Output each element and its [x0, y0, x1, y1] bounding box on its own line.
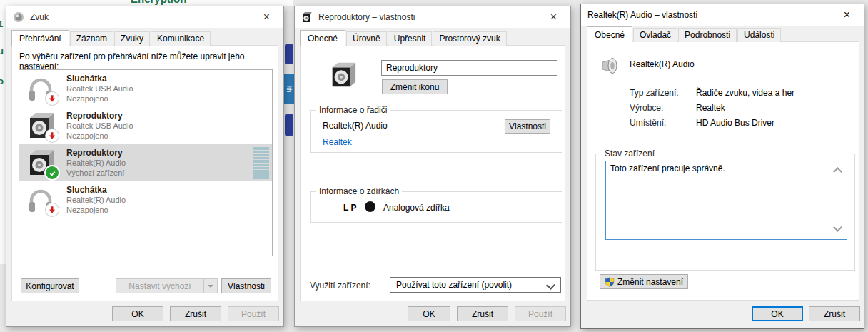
set-default-button[interactable]: Nastavit výchozí — [116, 278, 203, 293]
realtek-properties-dialog: Realtek(R) Audio – vlastnosti × Obecné O… — [580, 4, 864, 329]
tab-udalosti[interactable]: Události — [737, 28, 781, 42]
jack-connector-icon — [365, 201, 375, 212]
sound-app-icon — [13, 11, 24, 23]
disconnected-badge-icon — [46, 129, 59, 142]
jack-channels: L P — [343, 203, 356, 213]
controller-info-group: Informace o řadiči Realtek(R) Audio Vlas… — [310, 110, 562, 153]
sound-titlebar: Zvuk × — [6, 6, 283, 28]
device-status: Nezapojeno — [66, 131, 133, 141]
tab-urovne[interactable]: Úrovně — [346, 31, 387, 46]
scroll-up-icon[interactable] — [833, 167, 842, 176]
apply-button[interactable]: Použít — [515, 306, 566, 321]
change-settings-button[interactable]: Změnit nastavení — [600, 274, 688, 289]
manufacturer-label: Výrobce: — [630, 103, 663, 113]
chevron-down-icon — [546, 281, 555, 290]
controller-group-label: Informace o řadiči — [316, 105, 390, 115]
playback-device-list: Sluchátka Realtek USB Audio Nezapojeno R… — [19, 69, 273, 256]
list-item[interactable]: Reproduktory Realtek USB Audio Nezapojen… — [19, 107, 272, 144]
device-driver: Realtek USB Audio — [66, 121, 133, 131]
ok-button[interactable]: OK — [408, 306, 450, 321]
location-label: Umístění: — [630, 118, 666, 128]
speakers-bottom-buttons: OK Zrušit Použít — [295, 306, 570, 321]
disconnected-badge-icon — [46, 92, 59, 105]
playback-tab-page: Po výběru zařízení pro přehrávání níže m… — [11, 45, 278, 301]
sound-tab-bar: Přehrávání Záznam Zvuky Komunikace — [11, 30, 211, 46]
close-icon[interactable]: × — [831, 5, 863, 25]
speakers-titlebar: Reproduktory – vlastnosti × — [295, 6, 570, 28]
speaker-icon — [25, 110, 56, 141]
device-type-label: Typ zařízení: — [630, 88, 679, 98]
tab-prostorovy-zvuk[interactable]: Prostorový zvuk — [433, 31, 506, 46]
close-icon[interactable]: × — [538, 7, 570, 27]
tab-komunikace[interactable]: Komunikace — [151, 31, 211, 46]
ok-button[interactable]: OK — [112, 306, 163, 321]
tab-obecne[interactable]: Obecné — [587, 26, 632, 43]
list-item-selected[interactable]: Reproduktory Realtek(R) Audio Výchozí za… — [19, 144, 272, 181]
device-type-value: Řadiče zvuku, videa a her — [696, 88, 794, 98]
device-driver: Realtek(R) Audio — [66, 195, 126, 205]
speaker-icon — [600, 55, 621, 79]
volume-meter — [253, 147, 269, 179]
device-status: Nezapojeno — [66, 94, 133, 104]
device-status-textarea[interactable]: Toto zařízení pracuje správně. — [605, 161, 847, 240]
jack-group-label: Informace o zdířkách — [316, 186, 402, 196]
realtek-tab-bar: Obecné Ovladač Podrobnosti Události — [587, 26, 782, 42]
tab-obecne[interactable]: Obecné — [300, 30, 345, 46]
device-status: Výchozí zařízení — [66, 168, 126, 178]
jack-type: Analogová zdířka — [383, 203, 450, 213]
device-name: Reproduktory — [66, 148, 126, 158]
tab-zaznam[interactable]: Záznam — [70, 31, 113, 46]
background-text-fragment: u — [0, 46, 4, 56]
properties-button[interactable]: Vlastnosti — [221, 278, 271, 293]
set-default-dropdown[interactable] — [203, 278, 218, 293]
device-usage-select[interactable]: Používat toto zařízení (povolit) — [390, 277, 561, 293]
headphones-icon — [25, 73, 56, 104]
sound-dialog-title: Zvuk — [30, 12, 49, 22]
tab-podrobnosti[interactable]: Podrobnosti — [678, 28, 737, 42]
ok-button[interactable]: OK — [752, 306, 803, 321]
device-name: Sluchátka — [66, 185, 126, 195]
speaker-icon — [25, 147, 56, 178]
speaker-box-icon — [301, 11, 313, 23]
jack-info-group: Informace o zdířkách L P Analogová zdířk… — [310, 191, 562, 223]
realtek-general-tab-page: Realtek(R) Audio Typ zařízení: Řadiče zv… — [587, 41, 859, 301]
location-value: HD Audio Bus Driver — [696, 118, 774, 128]
device-driver: Realtek USB Audio — [66, 84, 133, 94]
cancel-button[interactable]: Zrušit — [170, 306, 221, 321]
background-taskbar-fragment — [285, 44, 293, 64]
cancel-button[interactable]: Zrušit — [809, 306, 860, 321]
configure-button[interactable]: Konfigurovat — [21, 278, 79, 293]
disconnected-badge-icon — [46, 203, 59, 216]
list-item[interactable]: Sluchátka Realtek(R) Audio Nezapojeno — [19, 181, 272, 218]
tab-upresnit[interactable]: Upřesnit — [388, 31, 433, 46]
speaker-box-icon — [328, 60, 358, 92]
realtek-link[interactable]: Realtek — [323, 137, 352, 147]
set-default-split-button[interactable]: Nastavit výchozí — [116, 278, 218, 293]
apply-button[interactable]: Použít — [228, 306, 279, 321]
sound-bottom-buttons: OK Zrušit Použít — [6, 306, 283, 321]
tab-zvuky[interactable]: Zvuky — [114, 31, 150, 46]
scroll-down-icon[interactable] — [833, 223, 842, 232]
background-encryption-text: Encryption — [131, 0, 186, 5]
realtek-device-name: Realtek(R) Audio — [630, 59, 695, 69]
device-usage-value: Používat toto zařízení (povolit) — [396, 280, 512, 290]
list-item[interactable]: Sluchátka Realtek USB Audio Nezapojeno — [19, 70, 272, 107]
speakers-dialog-title: Reproduktory – vlastnosti — [318, 12, 415, 22]
change-icon-button[interactable]: Změnit ikonu — [382, 79, 448, 94]
device-status-text: Toto zařízení pracuje správně. — [610, 164, 725, 173]
change-settings-label: Změnit nastavení — [617, 277, 683, 287]
default-device-check-icon — [46, 166, 59, 179]
speakers-tab-bar: Obecné Úrovně Upřesnit Prostorový zvuk — [300, 30, 508, 46]
device-driver: Realtek(R) Audio — [66, 158, 126, 168]
headphones-icon — [25, 184, 56, 216]
controller-properties-button[interactable]: Vlastnosti — [505, 119, 550, 134]
device-status-group: Stav zařízení Toto zařízení pracuje sprá… — [595, 154, 855, 271]
close-icon[interactable]: × — [251, 7, 283, 27]
tab-prehravani[interactable]: Přehrávání — [11, 30, 69, 46]
device-status-group-label: Stav zařízení — [602, 149, 657, 159]
uac-shield-icon — [605, 277, 615, 287]
cancel-button[interactable]: Zrušit — [457, 306, 508, 321]
tab-ovladac[interactable]: Ovladač — [633, 28, 677, 42]
realtek-dialog-title: Realtek(R) Audio – vlastnosti — [587, 10, 697, 20]
device-name-input[interactable]: Reproduktory — [381, 60, 557, 76]
